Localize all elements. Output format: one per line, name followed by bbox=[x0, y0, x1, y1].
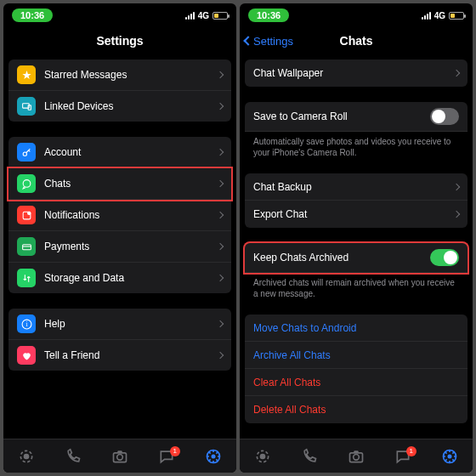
row-archive-all[interactable]: Archive All Chats bbox=[245, 342, 468, 369]
battery-icon bbox=[449, 12, 464, 20]
row-linked-devices[interactable]: Linked Devices bbox=[8, 91, 231, 122]
page-title: Chats bbox=[340, 34, 373, 48]
row-label: Help bbox=[44, 318, 212, 330]
row-chats[interactable]: Chats bbox=[8, 168, 231, 200]
row-delete-all[interactable]: Delete All Chats bbox=[245, 396, 468, 423]
row-notifications[interactable]: Notifications bbox=[8, 200, 231, 231]
row-label: Keep Chats Archived bbox=[253, 252, 430, 264]
left-screen: 10:36 4G Settings Starred Messages Linke bbox=[3, 3, 236, 473]
chat-badge: 1 bbox=[406, 446, 416, 456]
row-label: Notifications bbox=[44, 209, 212, 221]
page-title: Settings bbox=[96, 34, 143, 48]
row-chat-wallpaper[interactable]: Chat Wallpaper bbox=[245, 60, 468, 87]
svg-point-14 bbox=[211, 454, 215, 458]
battery-icon bbox=[212, 12, 228, 20]
chevron-left-icon bbox=[243, 36, 252, 45]
tab-bar: 1 bbox=[240, 439, 473, 473]
network-label: 4G bbox=[198, 11, 209, 20]
row-account[interactable]: Account bbox=[8, 137, 231, 168]
chat-badge: 1 bbox=[170, 446, 180, 456]
save-camera-roll-note: Automatically save photos and videos you… bbox=[245, 132, 468, 158]
chevron-right-icon bbox=[217, 275, 224, 281]
tab-bar: 1 bbox=[3, 439, 236, 473]
back-button[interactable]: Settings bbox=[245, 35, 293, 48]
chevron-right-icon bbox=[217, 103, 224, 110]
back-label: Settings bbox=[253, 35, 293, 48]
chevron-right-icon bbox=[217, 212, 224, 218]
chevron-right-icon bbox=[217, 180, 224, 187]
chevron-right-icon bbox=[217, 320, 224, 327]
nav-header: Settings bbox=[3, 27, 236, 54]
chevron-right-icon bbox=[217, 352, 224, 359]
svg-point-2 bbox=[23, 151, 26, 155]
row-label: Delete All Chats bbox=[253, 404, 459, 416]
toggle-keep-archived[interactable] bbox=[430, 249, 459, 266]
row-starred-messages[interactable]: Starred Messages bbox=[8, 60, 231, 91]
keep-archived-note: Archived chats will remain archived when… bbox=[245, 273, 468, 299]
tab-camera[interactable] bbox=[103, 448, 137, 465]
row-help[interactable]: i Help bbox=[8, 309, 231, 340]
row-save-camera-roll[interactable]: Save to Camera Roll bbox=[245, 102, 468, 132]
tab-camera[interactable] bbox=[339, 448, 373, 465]
tab-calls[interactable] bbox=[292, 448, 326, 465]
whatsapp-icon bbox=[17, 174, 36, 193]
svg-point-10 bbox=[25, 454, 29, 458]
svg-point-18 bbox=[354, 454, 360, 460]
row-label: Payments bbox=[44, 241, 212, 252]
row-label: Chat Wallpaper bbox=[253, 67, 449, 79]
svg-point-5 bbox=[27, 212, 30, 214]
row-label: Account bbox=[44, 146, 212, 158]
right-screen: 10:36 4G Settings Chats Chat Wallpaper S… bbox=[240, 3, 473, 473]
row-label: Tell a Friend bbox=[44, 349, 212, 361]
signal-icon bbox=[422, 12, 431, 20]
info-icon: i bbox=[17, 314, 36, 333]
row-keep-archived[interactable]: Keep Chats Archived bbox=[245, 243, 468, 273]
nav-header: Settings Chats bbox=[240, 27, 473, 54]
row-label: Storage and Data bbox=[44, 272, 212, 284]
row-export-chat[interactable]: Export Chat bbox=[245, 201, 468, 228]
svg-point-16 bbox=[261, 454, 265, 458]
row-clear-all[interactable]: Clear All Chats bbox=[245, 369, 468, 396]
row-storage-data[interactable]: Storage and Data bbox=[8, 263, 231, 293]
chevron-right-icon bbox=[217, 71, 224, 78]
notification-icon bbox=[17, 206, 36, 224]
svg-point-20 bbox=[447, 454, 451, 458]
chevron-right-icon bbox=[217, 243, 224, 250]
heart-icon bbox=[17, 346, 36, 365]
chevron-right-icon bbox=[453, 183, 460, 190]
row-label: Starred Messages bbox=[44, 69, 212, 81]
tab-chats[interactable]: 1 bbox=[386, 448, 420, 465]
tab-status[interactable] bbox=[9, 448, 43, 465]
row-label: Chats bbox=[44, 178, 212, 190]
storage-icon bbox=[17, 269, 36, 287]
signal-icon bbox=[185, 12, 195, 20]
payments-icon bbox=[17, 237, 36, 256]
tab-calls[interactable] bbox=[56, 448, 90, 465]
devices-icon bbox=[17, 97, 36, 116]
key-icon bbox=[17, 143, 36, 162]
svg-text:i: i bbox=[26, 320, 27, 328]
tab-chats[interactable]: 1 bbox=[150, 448, 184, 465]
row-label: Export Chat bbox=[253, 208, 449, 220]
row-payments[interactable]: Payments bbox=[8, 231, 231, 263]
chevron-right-icon bbox=[453, 211, 460, 218]
row-label: Save to Camera Roll bbox=[253, 110, 430, 122]
row-chat-backup[interactable]: Chat Backup bbox=[245, 173, 468, 201]
row-move-to-android[interactable]: Move Chats to Android bbox=[245, 314, 468, 342]
svg-point-12 bbox=[117, 454, 123, 460]
status-bar: 10:36 4G bbox=[3, 3, 236, 27]
toggle-save-camera-roll[interactable] bbox=[430, 108, 459, 125]
tab-settings[interactable] bbox=[196, 448, 230, 465]
network-label: 4G bbox=[434, 11, 445, 20]
row-tell-friend[interactable]: Tell a Friend bbox=[8, 340, 231, 371]
row-label: Move Chats to Android bbox=[253, 322, 459, 334]
row-label: Linked Devices bbox=[44, 100, 212, 112]
time-pill: 10:36 bbox=[248, 8, 289, 22]
time-pill: 10:36 bbox=[12, 8, 53, 22]
svg-rect-6 bbox=[22, 244, 31, 249]
chevron-right-icon bbox=[217, 149, 224, 156]
chevron-right-icon bbox=[453, 70, 460, 76]
tab-status[interactable] bbox=[246, 448, 280, 465]
row-label: Clear All Chats bbox=[253, 377, 459, 388]
tab-settings[interactable] bbox=[433, 448, 467, 465]
